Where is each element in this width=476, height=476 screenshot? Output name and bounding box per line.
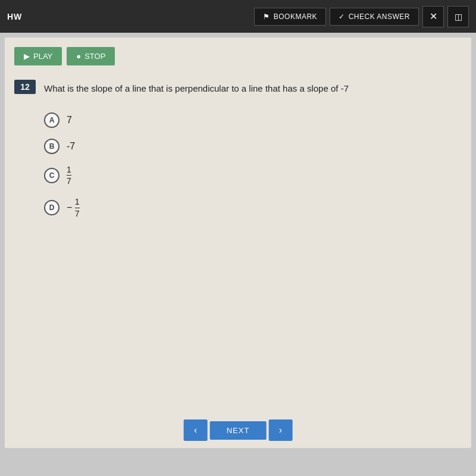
answer-options: A 7 B -7 C 1 7 D − 1 7 bbox=[44, 112, 462, 219]
check-answer-button[interactable]: ✓ CHECK ANSWER bbox=[330, 8, 419, 26]
top-bar: HW ⚑ BOOKMARK ✓ CHECK ANSWER ✕ ◫ bbox=[0, 0, 476, 33]
next-icon: › bbox=[279, 425, 282, 436]
grid-icon: ◫ bbox=[455, 12, 462, 21]
option-c-text: 1 7 bbox=[67, 165, 71, 187]
next-button[interactable]: › bbox=[268, 419, 292, 441]
option-b-text: -7 bbox=[67, 141, 75, 152]
main-content: ▶ PLAY ● STOP 12 What is the slope of a … bbox=[5, 37, 471, 448]
option-d[interactable]: D − 1 7 bbox=[44, 197, 462, 219]
option-b-circle: B bbox=[44, 139, 60, 154]
close-button[interactable]: ✕ bbox=[422, 6, 444, 27]
prev-icon: ‹ bbox=[194, 425, 197, 436]
top-bar-buttons: ⚑ BOOKMARK ✓ CHECK ANSWER ✕ ◫ bbox=[254, 6, 469, 27]
close-icon: ✕ bbox=[430, 11, 437, 22]
fraction-d: 1 7 bbox=[75, 197, 80, 219]
option-a-text: 7 bbox=[67, 115, 72, 126]
fraction-c: 1 7 bbox=[67, 165, 71, 187]
grid-button[interactable]: ◫ bbox=[447, 6, 469, 27]
option-d-circle: D bbox=[44, 200, 60, 215]
bottom-navigation: ‹ NEXT › bbox=[184, 419, 293, 441]
stop-icon: ● bbox=[76, 52, 81, 61]
option-a-circle: A bbox=[44, 112, 60, 128]
play-icon: ▶ bbox=[24, 52, 30, 61]
option-b[interactable]: B -7 bbox=[44, 139, 462, 154]
option-a[interactable]: A 7 bbox=[44, 112, 462, 128]
next-label-button[interactable]: NEXT bbox=[210, 421, 267, 440]
option-c[interactable]: C 1 7 bbox=[44, 165, 462, 187]
app-title: HW bbox=[7, 12, 22, 21]
option-d-text: − 1 7 bbox=[67, 197, 80, 219]
play-button[interactable]: ▶ PLAY bbox=[14, 47, 62, 65]
question-text: What is the slope of a line that is perp… bbox=[44, 80, 349, 96]
option-c-circle: C bbox=[44, 168, 60, 183]
checkmark-icon: ✓ bbox=[339, 12, 345, 21]
bookmark-button[interactable]: ⚑ BOOKMARK bbox=[254, 8, 326, 26]
media-controls: ▶ PLAY ● STOP bbox=[14, 47, 462, 65]
bookmark-icon: ⚑ bbox=[263, 12, 270, 21]
question-number: 12 bbox=[14, 80, 36, 94]
stop-button[interactable]: ● STOP bbox=[67, 47, 115, 65]
prev-button[interactable]: ‹ bbox=[184, 419, 208, 441]
question-container: 12 What is the slope of a line that is p… bbox=[14, 80, 462, 96]
